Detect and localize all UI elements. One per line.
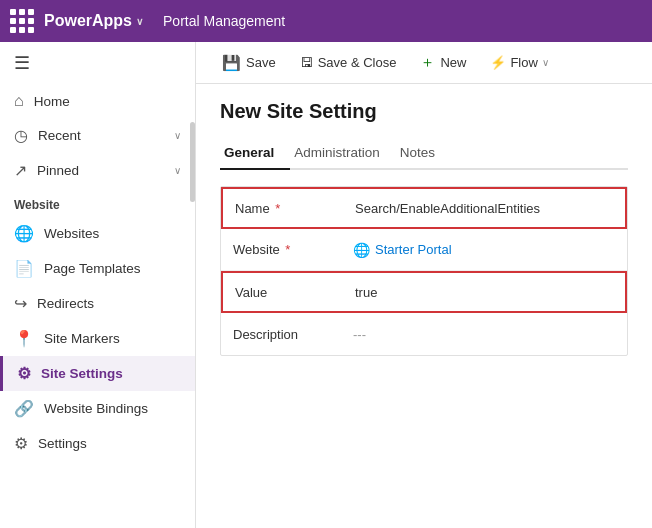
site-settings-icon: ⚙: [17, 364, 31, 383]
recent-icon: ◷: [14, 126, 28, 145]
sidebar-label-websites: Websites: [44, 226, 181, 241]
value-field-container: [355, 285, 613, 300]
value-label: Value: [235, 285, 355, 300]
site-markers-icon: 📍: [14, 329, 34, 348]
hamburger-icon[interactable]: ☰: [0, 42, 195, 84]
sidebar-item-recent[interactable]: ◷ Recent ∨: [0, 118, 195, 153]
sidebar-label-settings: Settings: [38, 436, 181, 451]
form-row-website: Website * 🌐 Starter Portal: [221, 229, 627, 271]
main-content: 💾 Save 🖫 Save & Close ＋ New ⚡ Flow ∨ New…: [196, 42, 652, 528]
save-close-label: Save & Close: [318, 55, 397, 70]
app-grid-icon[interactable]: [10, 9, 34, 33]
new-icon: ＋: [420, 53, 435, 72]
pinned-icon: ↗: [14, 161, 27, 180]
sidebar-label-home: Home: [34, 94, 181, 109]
sidebar-item-websites[interactable]: 🌐 Websites: [0, 216, 195, 251]
tab-administration[interactable]: Administration: [290, 137, 396, 170]
sidebar-scrollbar[interactable]: [190, 122, 195, 202]
website-value[interactable]: 🌐 Starter Portal: [353, 242, 615, 258]
home-icon: ⌂: [14, 92, 24, 110]
value-input[interactable]: [355, 285, 415, 300]
sidebar-item-page-templates[interactable]: 📄 Page Templates: [0, 251, 195, 286]
recent-chevron: ∨: [174, 130, 181, 141]
page-templates-icon: 📄: [14, 259, 34, 278]
save-button[interactable]: 💾 Save: [212, 49, 286, 77]
website-bindings-icon: 🔗: [14, 399, 34, 418]
sidebar-label-site-markers: Site Markers: [44, 331, 181, 346]
settings-icon: ⚙: [14, 434, 28, 453]
sidebar-label-pinned: Pinned: [37, 163, 164, 178]
form-row-description: Description ---: [221, 313, 627, 355]
flow-label: Flow: [510, 55, 537, 70]
sidebar-label-redirects: Redirects: [37, 296, 181, 311]
flow-icon: ⚡: [490, 55, 506, 70]
form-row-value: Value: [221, 271, 627, 313]
top-bar: PowerApps ∨ Portal Management: [0, 0, 652, 42]
page-title: New Site Setting: [220, 100, 628, 123]
pinned-chevron: ∨: [174, 165, 181, 176]
name-value[interactable]: Search/EnableAdditionalEntities: [355, 201, 613, 216]
portal-name: Portal Management: [163, 13, 285, 29]
sidebar-item-pinned[interactable]: ↗ Pinned ∨: [0, 153, 195, 188]
content-area: New Site Setting General Administration …: [196, 84, 652, 528]
sidebar-label-site-settings: Site Settings: [41, 366, 181, 381]
app-name: PowerApps: [44, 12, 132, 30]
sidebar-item-settings[interactable]: ⚙ Settings: [0, 426, 195, 461]
form-row-name: Name * Search/EnableAdditionalEntities: [221, 187, 627, 229]
tab-notes[interactable]: Notes: [396, 137, 451, 170]
sidebar-label-website-bindings: Website Bindings: [44, 401, 181, 416]
tabs: General Administration Notes: [220, 137, 628, 170]
website-label: Website *: [233, 242, 353, 257]
flow-button[interactable]: ⚡ Flow ∨: [480, 50, 558, 75]
toolbar: 💾 Save 🖫 Save & Close ＋ New ⚡ Flow ∨: [196, 42, 652, 84]
globe-icon: 🌐: [353, 242, 370, 258]
form-section: Name * Search/EnableAdditionalEntities W…: [220, 186, 628, 356]
sidebar-section-website: Website: [0, 188, 195, 216]
new-label: New: [440, 55, 466, 70]
sidebar-item-redirects[interactable]: ↪ Redirects: [0, 286, 195, 321]
flow-chevron[interactable]: ∨: [542, 57, 549, 68]
main-layout: ☰ ⌂ Home ◷ Recent ∨ ↗ Pinned ∨ Website 🌐…: [0, 42, 652, 528]
description-value[interactable]: ---: [353, 327, 615, 342]
save-close-icon: 🖫: [300, 55, 313, 70]
tab-general[interactable]: General: [220, 137, 290, 170]
sidebar-item-site-settings[interactable]: ⚙ Site Settings: [0, 356, 195, 391]
name-required: *: [275, 201, 280, 216]
name-label: Name *: [235, 201, 355, 216]
sidebar-item-home[interactable]: ⌂ Home: [0, 84, 195, 118]
save-label: Save: [246, 55, 276, 70]
sidebar-item-website-bindings[interactable]: 🔗 Website Bindings: [0, 391, 195, 426]
sidebar-label-page-templates: Page Templates: [44, 261, 181, 276]
new-button[interactable]: ＋ New: [410, 48, 476, 77]
app-chevron[interactable]: ∨: [136, 16, 143, 27]
sidebar-label-recent: Recent: [38, 128, 164, 143]
description-label: Description: [233, 327, 353, 342]
save-icon: 💾: [222, 54, 241, 72]
redirects-icon: ↪: [14, 294, 27, 313]
app-title[interactable]: PowerApps ∨: [44, 12, 143, 30]
website-required: *: [285, 242, 290, 257]
save-close-button[interactable]: 🖫 Save & Close: [290, 50, 407, 75]
websites-icon: 🌐: [14, 224, 34, 243]
sidebar-item-site-markers[interactable]: 📍 Site Markers: [0, 321, 195, 356]
sidebar: ☰ ⌂ Home ◷ Recent ∨ ↗ Pinned ∨ Website 🌐…: [0, 42, 196, 528]
